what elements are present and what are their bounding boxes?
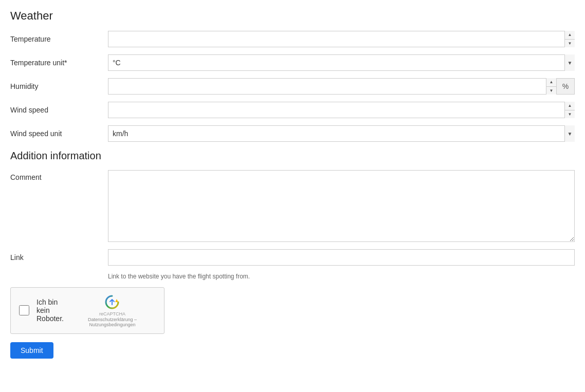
temperature-unit-label: Temperature unit* [10, 59, 108, 67]
temperature-unit-row: Temperature unit* °C °F K ▼ [10, 54, 575, 71]
wind-speed-unit-row: Wind speed unit km/h m/s mph knots ▼ [10, 125, 575, 142]
captcha-box: Ich bin kein Roboter. reCAPTCHA Datensch… [10, 287, 164, 334]
comment-label: Comment [10, 170, 108, 181]
captcha-label: Ich bin kein Roboter. [36, 298, 64, 323]
temperature-input[interactable] [108, 31, 575, 47]
wind-speed-input-wrapper: ▲ ▼ [108, 102, 575, 118]
temperature-input-wrapper: ▲ ▼ [108, 31, 575, 47]
temperature-spin-up[interactable]: ▲ [565, 31, 575, 40]
captcha-link-separator: – [134, 317, 137, 322]
humidity-spin-buttons: ▲ ▼ [546, 78, 556, 95]
link-input[interactable] [108, 249, 575, 266]
temperature-spin-down[interactable]: ▼ [565, 40, 575, 48]
wind-speed-input[interactable] [108, 102, 575, 118]
link-hint: Link to the website you have the flight … [108, 273, 575, 280]
wind-speed-unit-label: Wind speed unit [10, 129, 108, 138]
temperature-label: Temperature [10, 35, 108, 43]
humidity-row: Humidity ▲ ▼ % [10, 78, 575, 95]
temperature-spin-buttons: ▲ ▼ [564, 31, 575, 47]
wind-speed-label: Wind speed [10, 106, 108, 114]
weather-section-title: Weather [10, 9, 575, 23]
captcha-logo-area: reCAPTCHA Datenschutzerklärung – Nutzung… [69, 294, 156, 327]
link-row: Link [10, 249, 575, 266]
comment-row: Comment [10, 170, 575, 242]
recaptcha-brand-text: reCAPTCHA [99, 311, 125, 317]
wind-speed-spin-up[interactable]: ▲ [565, 102, 575, 110]
humidity-unit-badge: % [556, 78, 575, 95]
link-label: Link [10, 253, 108, 262]
temperature-unit-select-wrapper: °C °F K ▼ [108, 54, 575, 71]
wind-speed-row: Wind speed ▲ ▼ [10, 102, 575, 118]
humidity-spin-up[interactable]: ▲ [546, 78, 556, 87]
wind-speed-spin-down[interactable]: ▼ [565, 110, 575, 119]
captcha-privacy-link[interactable]: Datenschutzerklärung [88, 317, 133, 322]
temperature-unit-select[interactable]: °C °F K [108, 54, 575, 71]
captcha-links: Datenschutzerklärung – Nutzungsbedingung… [69, 317, 156, 327]
humidity-wrapper: ▲ ▼ % [108, 78, 575, 95]
wind-speed-unit-select[interactable]: km/h m/s mph knots [108, 125, 575, 142]
humidity-spin-down[interactable]: ▼ [546, 87, 556, 95]
wind-speed-spin-buttons: ▲ ▼ [564, 102, 575, 118]
humidity-input[interactable] [108, 78, 556, 95]
recaptcha-icon [104, 294, 120, 310]
submit-button[interactable]: Submit [10, 342, 53, 359]
humidity-label: Humidity [10, 82, 108, 90]
temperature-row: Temperature ▲ ▼ [10, 31, 575, 47]
captcha-terms-link[interactable]: Nutzungsbedingungen [89, 322, 135, 327]
humidity-input-wrapper: ▲ ▼ [108, 78, 556, 95]
captcha-checkbox[interactable] [19, 305, 29, 315]
wind-speed-unit-select-wrapper: km/h m/s mph knots ▼ [108, 125, 575, 142]
additional-section-title: Addition information [10, 150, 575, 162]
comment-textarea[interactable] [108, 170, 575, 242]
